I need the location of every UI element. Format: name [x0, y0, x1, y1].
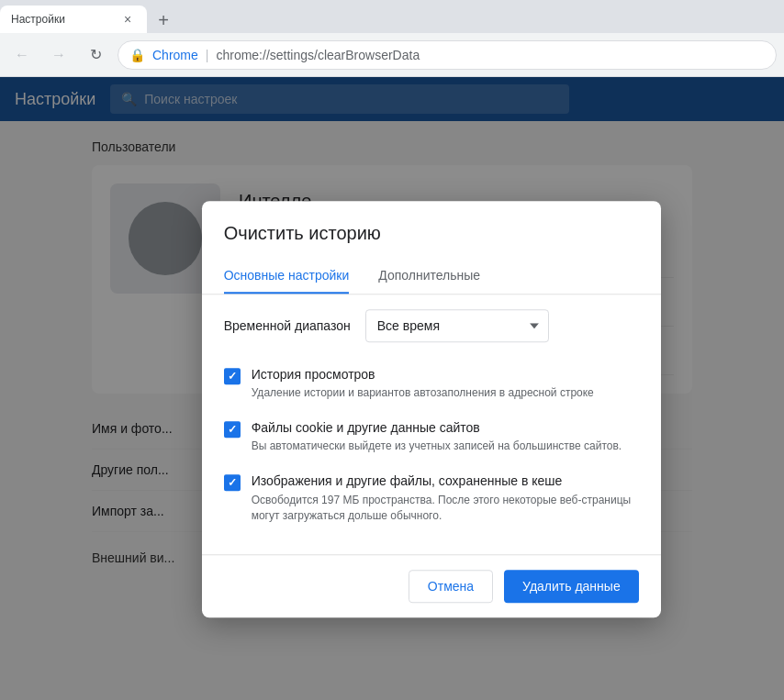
time-range-select[interactable]: Все время За последний час За последние … — [365, 309, 549, 342]
checkbox-history-main: История просмотров — [252, 366, 639, 384]
forward-button[interactable]: → — [44, 40, 73, 70]
time-range-row: Временной диапазон Все время За последни… — [224, 309, 639, 342]
dialog-body: Временной диапазон Все время За последни… — [202, 294, 661, 548]
forward-icon: → — [51, 47, 66, 63]
refresh-icon: ↻ — [90, 46, 102, 63]
checkbox-cookies-item: Файлы cookie и другие данные сайтов Вы а… — [224, 410, 639, 463]
checkbox-cookies-input[interactable] — [224, 421, 241, 438]
refresh-button[interactable]: ↻ — [81, 40, 110, 70]
browser-frame: Настройки × + ← → ↻ 🔒 Chrome | chrome://… — [0, 0, 784, 700]
active-tab[interactable]: Настройки × — [0, 6, 147, 33]
checkbox-cookies-wrap[interactable] — [224, 421, 241, 438]
time-range-label: Временной диапазон — [224, 318, 351, 333]
address-bar[interactable]: 🔒 Chrome | chrome://settings/clearBrowse… — [118, 40, 777, 70]
new-tab-button[interactable]: + — [151, 7, 176, 33]
url-path: chrome://settings/clearBrowserData — [216, 48, 420, 62]
checkbox-cookies-sub: Вы автоматически выйдете из учетных запи… — [252, 439, 639, 455]
checkbox-history-sub: Удаление истории и вариантов автозаполне… — [252, 385, 639, 401]
page-content: Настройки 🔍 Поиск настроек Пользователи … — [0, 77, 784, 700]
tab-title: Настройки — [11, 13, 112, 26]
checkbox-cache-sub: Освободится 197 МБ пространства. После э… — [252, 493, 639, 524]
checkbox-history-wrap[interactable] — [224, 368, 241, 384]
checkbox-cache-main: Изображения и другие файлы, сохраненные … — [252, 473, 639, 492]
tab-basic-label: Основные настройки — [224, 268, 350, 283]
checkbox-cache-wrap[interactable] — [224, 475, 241, 492]
checkbox-cookies-main: Файлы cookie и другие данные сайтов — [252, 419, 639, 438]
dialog-tabs: Основные настройки Дополнительные — [202, 259, 661, 294]
tab-close-button[interactable]: × — [119, 11, 136, 28]
checkbox-history-input[interactable] — [224, 368, 241, 384]
back-button[interactable]: ← — [7, 40, 37, 70]
lock-icon: 🔒 — [129, 48, 145, 62]
checkbox-history-text: История просмотров Удаление истории и ва… — [252, 366, 639, 401]
tab-basic[interactable]: Основные настройки — [224, 259, 350, 294]
tab-bar: Настройки × + — [0, 0, 784, 33]
clear-history-dialog: Очистить историю Основные настройки Допо… — [202, 201, 661, 618]
tab-advanced[interactable]: Дополнительные — [378, 259, 480, 294]
checkbox-cache-text: Изображения и другие файлы, сохраненные … — [252, 473, 639, 524]
back-icon: ← — [15, 47, 29, 63]
checkbox-history-item: История просмотров Удаление истории и ва… — [224, 357, 639, 410]
url-brand: Chrome — [152, 48, 198, 62]
checkbox-cookies-text: Файлы cookie и другие данные сайтов Вы а… — [252, 419, 639, 454]
dialog-title: Очистить историю — [202, 201, 661, 259]
dialog-footer: Отмена Удалить данные — [202, 555, 661, 618]
delete-button[interactable]: Удалить данные — [504, 571, 639, 604]
checkbox-cache-item: Изображения и другие файлы, сохраненные … — [224, 464, 639, 533]
cancel-button[interactable]: Отмена — [409, 571, 493, 604]
tab-advanced-label: Дополнительные — [378, 268, 480, 283]
url-separator: | — [206, 48, 209, 62]
toolbar: ← → ↻ 🔒 Chrome | chrome://settings/clear… — [0, 33, 784, 77]
checkbox-cache-input[interactable] — [224, 475, 241, 492]
